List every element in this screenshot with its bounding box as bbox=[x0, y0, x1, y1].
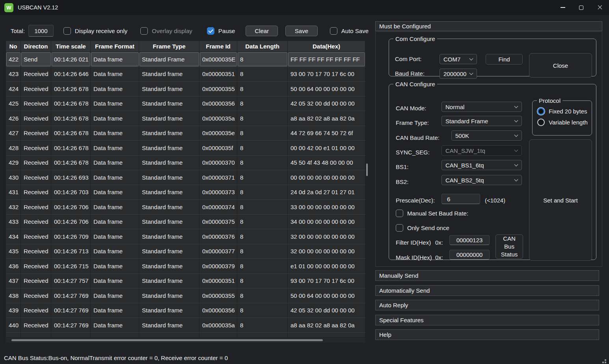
chevron-down-icon bbox=[514, 178, 518, 182]
sync-seg-select[interactable]: CAN_SJW_1tq bbox=[441, 145, 522, 156]
auto-save-checkbox[interactable]: Auto Save bbox=[330, 27, 369, 35]
section-auto-reply[interactable]: Auto Reply bbox=[375, 300, 599, 310]
cell-time: 00:14:26 678 bbox=[51, 82, 91, 96]
cell-len: 8 bbox=[237, 318, 288, 332]
can-bus-status-button[interactable]: CAN Bus Status bbox=[495, 234, 523, 259]
cell-no: 431 bbox=[6, 185, 21, 200]
cell-time: 00:14:26 678 bbox=[51, 111, 91, 126]
table-row[interactable]: 432Received00:14:26 706Data frameStandar… bbox=[6, 199, 365, 214]
radio-fixed-20-bytes[interactable]: Fixed 20 bytes bbox=[537, 108, 592, 115]
cell-no: 423 bbox=[6, 67, 21, 82]
table-row[interactable]: 438Received00:14:27 769Data frameStandar… bbox=[6, 288, 365, 303]
filter-id-input[interactable] bbox=[449, 235, 490, 245]
only-send-once-checkbox[interactable]: Only Send once bbox=[396, 224, 449, 232]
com-port-select[interactable]: COM7 bbox=[440, 54, 477, 64]
column-header-id[interactable]: Frame Id bbox=[199, 41, 237, 52]
clear-button[interactable]: Clear bbox=[246, 26, 278, 36]
cell-type: Standard frame bbox=[139, 288, 199, 303]
frames-table: NoDirectonTime scaleFrame FormatFrame Ty… bbox=[6, 41, 365, 337]
cell-format: Data frame bbox=[91, 111, 139, 126]
checkbox-unchecked-icon bbox=[330, 27, 337, 35]
horizontal-scrollbar[interactable] bbox=[6, 338, 365, 343]
section-manually-send[interactable]: Manually Send bbox=[375, 270, 599, 281]
close-button[interactable] bbox=[590, 0, 609, 15]
table-row[interactable]: 435Received00:14:26 713Data frameStandar… bbox=[6, 244, 365, 259]
vertical-scrollbar-thumb[interactable] bbox=[366, 163, 368, 176]
cell-no: 429 bbox=[6, 156, 21, 170]
table-row[interactable]: 428Received00:14:26 678Data frameStandar… bbox=[6, 140, 365, 155]
cell-data: 32 00 00 00 00 00 00 00 bbox=[288, 244, 365, 259]
minimize-button[interactable] bbox=[553, 0, 572, 15]
cell-id bbox=[199, 333, 237, 337]
table-row[interactable]: 424Received00:14:26 678Data frameStandar… bbox=[6, 81, 365, 96]
cell-id: 0x00000377 bbox=[199, 244, 237, 259]
horizontal-scrollbar-thumb[interactable] bbox=[11, 339, 323, 341]
column-header-format[interactable]: Frame Format bbox=[91, 41, 139, 52]
overlay-display-checkbox[interactable]: Overlay display bbox=[140, 27, 192, 35]
column-header-len[interactable]: Data Length bbox=[237, 41, 288, 52]
column-header-type[interactable]: Frame Type bbox=[139, 41, 199, 52]
cell-direction: Received bbox=[21, 303, 51, 318]
maximize-icon bbox=[579, 6, 583, 10]
column-header-direction[interactable]: Directon bbox=[21, 41, 51, 52]
close-button-com[interactable]: Close bbox=[529, 53, 592, 78]
section-automatically-send[interactable]: Automatically Send bbox=[375, 285, 599, 296]
table-row[interactable]: 440Received00:14:27 769Data frameStandar… bbox=[6, 318, 365, 332]
display-receive-only-checkbox[interactable]: Display receive only bbox=[63, 27, 127, 35]
cell-direction: Received bbox=[21, 185, 51, 200]
radio-variable-length[interactable]: Variable length bbox=[537, 119, 592, 126]
table-row[interactable]: 434Received00:14:26 709Data frameStandar… bbox=[6, 229, 365, 244]
auto-save-label: Auto Save bbox=[341, 28, 369, 34]
cell-time: 00:14:26 713 bbox=[51, 244, 91, 259]
manual-set-baud-rate-checkbox[interactable]: Manual Set Baud Rate: bbox=[396, 210, 468, 217]
column-header-data[interactable]: Data(Hex) bbox=[288, 41, 365, 52]
table-row[interactable]: 429Received00:14:26 678Data frameStandar… bbox=[6, 155, 365, 170]
bs1-select[interactable]: CAN_BS1_6tq bbox=[441, 160, 522, 170]
table-row[interactable]: 437Received00:14:27 757Data frameStandar… bbox=[6, 273, 365, 288]
cell-no: 439 bbox=[6, 303, 21, 318]
mask-id-input[interactable] bbox=[449, 250, 490, 260]
column-header-time[interactable]: Time scale bbox=[51, 41, 91, 52]
table-row[interactable]: 439Received00:14:27 769Data frameStandar… bbox=[6, 303, 365, 318]
cell-format: Data frame bbox=[91, 82, 139, 96]
cell-no bbox=[6, 333, 21, 337]
table-row[interactable]: 430Received00:14:26 693Data frameStandar… bbox=[6, 170, 365, 185]
table-row[interactable]: 427Received00:14:26 678Data frameStandar… bbox=[6, 126, 365, 141]
set-and-start-button[interactable]: Set and Start bbox=[529, 139, 592, 261]
find-button[interactable]: Find bbox=[486, 54, 523, 65]
bs2-select[interactable]: CAN_BS2_5tq bbox=[441, 175, 522, 185]
resize-grip[interactable] bbox=[605, 359, 606, 361]
total-input[interactable] bbox=[28, 25, 54, 37]
pause-checkbox[interactable]: Pause bbox=[207, 27, 235, 35]
table-row[interactable]: 436Received00:14:26 715Data frameStandar… bbox=[6, 258, 365, 273]
table-row[interactable]: 422Send00:14:26 021Data frameStandard Fr… bbox=[6, 52, 365, 67]
baud-rate-select[interactable]: 2000000 bbox=[440, 69, 477, 79]
prescale-input[interactable] bbox=[441, 194, 480, 204]
table-row[interactable]: 426Received00:14:26 678Data frameStandar… bbox=[6, 111, 365, 126]
table-row[interactable]: 425Received00:14:26 678Data frameStandar… bbox=[6, 96, 365, 111]
section-help[interactable]: Help bbox=[375, 329, 599, 340]
table-row[interactable]: 423Received00:14:26 646Data frameStandar… bbox=[6, 67, 365, 82]
com-port-value: COM7 bbox=[443, 56, 460, 63]
save-button[interactable]: Save bbox=[285, 26, 318, 36]
radio-unselected-icon bbox=[537, 119, 545, 126]
maximize-button[interactable] bbox=[572, 0, 590, 15]
cell-no: 425 bbox=[6, 97, 21, 111]
cell-data: 93 00 70 17 70 17 6c 00 bbox=[288, 274, 365, 288]
cell-format: Data frame bbox=[91, 126, 139, 141]
section-must-be-configured[interactable]: Must be Configured bbox=[375, 21, 602, 31]
cell-id: 0x00000373 bbox=[199, 185, 237, 200]
table-row[interactable]: 431Received00:14:26 703Data frameStandar… bbox=[6, 185, 365, 200]
cell-len: 8 bbox=[237, 82, 288, 96]
table-header-row: NoDirectonTime scaleFrame FormatFrame Ty… bbox=[6, 41, 365, 52]
frame-type-select[interactable]: Standard Frame bbox=[441, 116, 522, 126]
cell-no: 432 bbox=[6, 200, 21, 214]
section-special-features[interactable]: Special Features bbox=[375, 315, 599, 325]
cell-format: Data frame bbox=[91, 244, 139, 259]
can-mode-select[interactable]: Normal bbox=[441, 102, 522, 112]
cell-no: 424 bbox=[6, 82, 21, 96]
cell-no: 437 bbox=[6, 274, 21, 288]
table-row[interactable]: 433Received00:14:26 706Data frameStandar… bbox=[6, 214, 365, 229]
can-baud-rate-select[interactable]: 500K bbox=[451, 130, 522, 141]
column-header-no[interactable]: No bbox=[6, 41, 21, 52]
